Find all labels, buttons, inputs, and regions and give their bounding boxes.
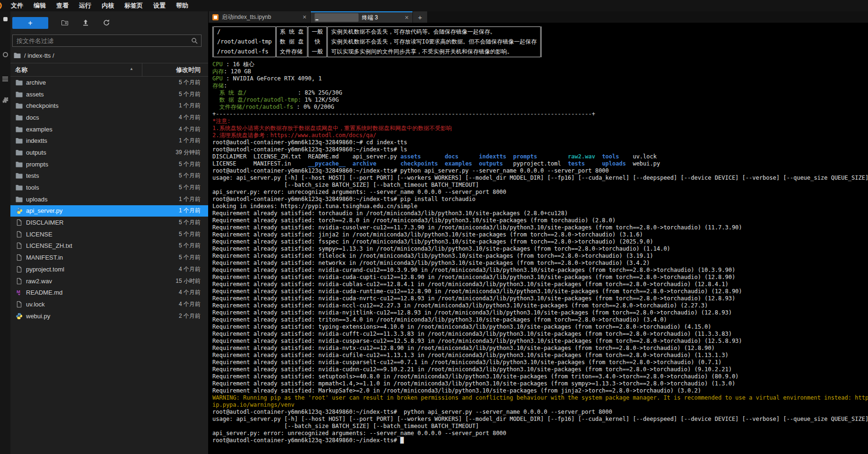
file-row-examples[interactable]: examples4 个月前 bbox=[10, 123, 208, 135]
terminal-line: Requirement already satisfied: nvidia-cu… bbox=[212, 331, 868, 338]
new-folder-icon[interactable] bbox=[61, 18, 69, 27]
file-modified-time: 5 个月前 bbox=[141, 90, 208, 98]
terminal-line: Requirement already satisfied: nvidia-cu… bbox=[212, 352, 868, 359]
file-name: uv.lock bbox=[26, 301, 141, 308]
file-row-pyproject.toml[interactable]: pyproject.toml4 个月前 bbox=[10, 263, 208, 275]
file-row-docs[interactable]: docs4 个月前 bbox=[10, 112, 208, 123]
menu-item-run[interactable]: 运行 bbox=[74, 1, 96, 10]
file-row-api_server.py[interactable]: api_server.py1 个月前 bbox=[10, 205, 208, 217]
file-modified-time: 5 个月前 bbox=[141, 218, 208, 227]
file-row-MANIFEST.in[interactable]: MANIFEST.in5 个月前 bbox=[10, 252, 208, 263]
file-browser-toolbar: + bbox=[10, 11, 208, 31]
file-file-icon bbox=[15, 230, 23, 238]
menu-item-settings[interactable]: 设置 bbox=[148, 1, 171, 10]
file-row-prompts[interactable]: prompts5 个月前 bbox=[10, 158, 208, 170]
file-list: archive5 个月前assets5 个月前checkpoints1 个月前d… bbox=[10, 77, 208, 454]
terminal-line: ip.pypa.io/warnings/venv bbox=[212, 402, 868, 409]
file-row-README.md[interactable]: MREADME.md4 个月前 bbox=[10, 287, 208, 298]
file-modified-time: 1 个月前 bbox=[141, 102, 208, 110]
file-name: archive bbox=[26, 79, 141, 86]
terminal-line: Requirement already satisfied: triton==3… bbox=[212, 316, 868, 323]
file-row-webui.py[interactable]: webui.py2 个月前 bbox=[10, 310, 208, 322]
sort-ascending-icon[interactable]: ▲ bbox=[130, 67, 133, 71]
tab-label: 终端 3 bbox=[362, 14, 402, 22]
terminal-line: api_server.py: error: unrecognized argum… bbox=[212, 430, 868, 437]
file-row-LICENSE_ZH.txt[interactable]: LICENSE_ZH.txt5 个月前 bbox=[10, 240, 208, 252]
folder-icon bbox=[16, 79, 23, 86]
storage-cell: 一般 bbox=[308, 47, 327, 57]
file-row-assets[interactable]: assets5 个月前 bbox=[10, 88, 208, 100]
file-browser-tab-icon[interactable] bbox=[0, 17, 10, 21]
storage-cell: 快 bbox=[308, 37, 327, 47]
home-folder-icon[interactable] bbox=[14, 52, 21, 59]
file-row-tools[interactable]: tools5 个月前 bbox=[10, 182, 208, 193]
refresh-icon[interactable] bbox=[102, 18, 111, 27]
column-modified-header[interactable]: 修改时间 bbox=[176, 66, 201, 74]
terminal[interactable]: /系 统 盘一般实例关机数据不会丢失，可存放代码等。会随保存镜像一起保存。/ro… bbox=[209, 23, 868, 454]
close-icon[interactable]: × bbox=[303, 14, 307, 20]
file-row-archive[interactable]: archive5 个月前 bbox=[10, 77, 208, 88]
file-list-header[interactable]: 名称 ▲ 修改时间 bbox=[10, 63, 208, 77]
terminal-line: root@autodl-container-y6mn6k123q-3284986… bbox=[212, 167, 868, 175]
menu-item-view[interactable]: 查看 bbox=[51, 1, 74, 10]
file-row-outputs[interactable]: outputs39 分钟前 bbox=[10, 147, 208, 158]
menu-item-tabs[interactable]: 标签页 bbox=[119, 1, 148, 10]
file-row-LICENSE[interactable]: LICENSE5 个月前 bbox=[10, 228, 208, 240]
storage-cell: 实例关机数据不会丢失，可存放代码等。会随保存镜像一起保存。 bbox=[327, 27, 541, 37]
running-sessions-icon[interactable] bbox=[0, 52, 10, 57]
folder-icon bbox=[15, 148, 23, 156]
storage-cell: 实例关机数据不会丢失，可存放读写IO要求高的数据。但不会随保存镜像一起保存 bbox=[327, 37, 541, 47]
terminal-line: 文件存储/root/autodl-fs : 0% 0/200G bbox=[212, 104, 868, 111]
folder-icon bbox=[15, 114, 23, 121]
menu-item-edit[interactable]: 编辑 bbox=[28, 1, 51, 10]
terminal-line: root@autodl-container-y6mn6k123q-3284986… bbox=[212, 139, 868, 146]
column-name-header[interactable]: 名称 bbox=[10, 66, 27, 74]
activity-bar bbox=[0, 11, 10, 454]
file-icon bbox=[16, 301, 23, 308]
python-file-icon bbox=[15, 207, 23, 215]
file-row-raw2.wav[interactable]: raw2.wav15 小时前 bbox=[10, 275, 208, 287]
file-row-tests[interactable]: tests5 个月前 bbox=[10, 170, 208, 182]
storage-cell: 数 据 盘 bbox=[276, 37, 307, 47]
folder-icon bbox=[15, 160, 23, 168]
menu-item-help[interactable]: 帮助 bbox=[171, 1, 193, 10]
menu-item-kernel[interactable]: 内核 bbox=[96, 1, 119, 10]
extensions-icon[interactable] bbox=[0, 97, 10, 104]
table-of-contents-icon[interactable] bbox=[0, 77, 10, 82]
tab-notebook[interactable]: 启动index_tts.ipynb× bbox=[209, 11, 310, 23]
folder-icon bbox=[16, 196, 23, 203]
file-row-uploads[interactable]: uploads1 个月前 bbox=[10, 193, 208, 205]
file-row-uv.lock[interactable]: uv.lock4 个月前 bbox=[10, 298, 208, 310]
main-area: + / index-tts / bbox=[0, 11, 868, 454]
terminal-output: CPU : 16 核心内存: 120 GBGPU : NVIDIA GeForc… bbox=[212, 61, 868, 444]
filter-input[interactable] bbox=[12, 35, 202, 47]
breadcrumb[interactable]: / index-tts / bbox=[10, 47, 208, 63]
terminal-line: [--batch_size BATCH_SIZE] [--batch_timeo… bbox=[212, 423, 868, 430]
menu-item-file[interactable]: 文件 bbox=[6, 1, 28, 10]
folder-icon bbox=[16, 102, 23, 109]
terminal-line: Requirement already satisfied: nvidia-cu… bbox=[212, 359, 868, 366]
breadcrumb-path[interactable]: / index-tts / bbox=[24, 52, 54, 59]
file-modified-time: 5 个月前 bbox=[141, 79, 208, 87]
file-file-icon bbox=[15, 265, 23, 273]
tab-terminal-3[interactable]: 终端 3× bbox=[311, 11, 412, 23]
upload-icon[interactable] bbox=[81, 18, 90, 27]
file-modified-time: 15 小时前 bbox=[141, 277, 208, 285]
folder-icon bbox=[15, 137, 23, 145]
close-icon[interactable]: × bbox=[405, 14, 409, 21]
file-row-DISCLAIMER[interactable]: DISCLAIMER5 个月前 bbox=[10, 217, 208, 228]
terminal-line: Requirement already satisfied: MarkupSaf… bbox=[212, 387, 868, 394]
terminal-line: +---------------------------------------… bbox=[212, 111, 868, 118]
new-launcher-button[interactable]: + bbox=[12, 17, 48, 29]
folder-icon bbox=[16, 172, 23, 179]
file-name: checkpoints bbox=[26, 102, 141, 109]
file-name: assets bbox=[26, 91, 141, 98]
file-modified-time: 2 个月前 bbox=[141, 312, 208, 320]
terminal-line: Requirement already satisfied: nvidia-nv… bbox=[212, 345, 868, 352]
file-modified-time: 5 个月前 bbox=[141, 172, 208, 180]
file-row-indextts[interactable]: indextts1 个月前 bbox=[10, 135, 208, 147]
folder-icon bbox=[16, 184, 23, 191]
file-modified-time: 4 个月前 bbox=[141, 265, 208, 273]
new-tab-button[interactable]: + bbox=[413, 11, 427, 23]
file-row-checkpoints[interactable]: checkpoints1 个月前 bbox=[10, 100, 208, 112]
